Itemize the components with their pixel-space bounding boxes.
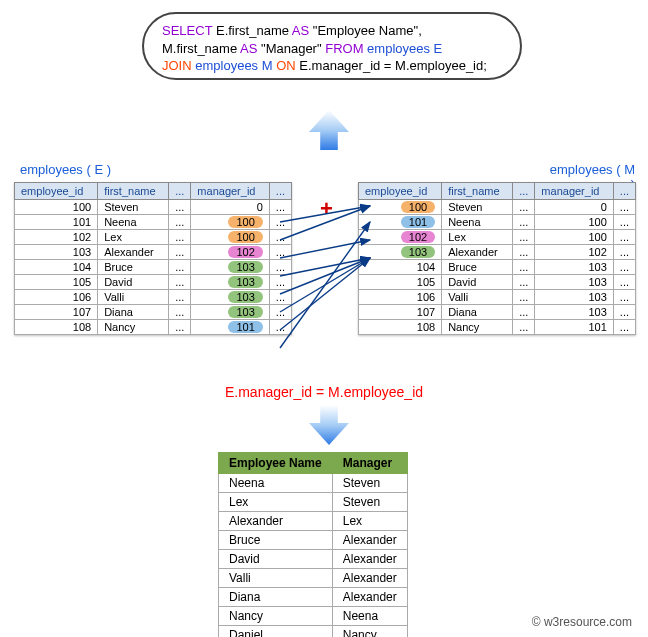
semi: ; — [483, 58, 487, 73]
table-row: 102Lex...100... — [359, 230, 636, 245]
cond: E.manager_id = M.employee_id — [299, 58, 483, 73]
th-mgr-id: manager_id — [535, 183, 613, 200]
table-header-row: employee_id first_name ... manager_id ..… — [15, 183, 292, 200]
arrow-down-body — [309, 405, 349, 445]
table-row: 106Valli...103... — [359, 290, 636, 305]
table-row: 108Nancy...101... — [15, 320, 292, 335]
label-employees-e: employees ( E ) — [20, 162, 111, 177]
table-row: DianaAlexander — [219, 588, 408, 607]
kw-on: ON — [276, 58, 296, 73]
th-mgr-id: manager_id — [191, 183, 269, 200]
table-row: 103Alexander...102... — [359, 245, 636, 260]
alias2: "Manager" — [261, 41, 322, 56]
comma: , — [418, 23, 422, 38]
kw-join: JOIN — [162, 58, 192, 73]
table-row: BruceAlexander — [219, 531, 408, 550]
table-row: 104Bruce...103... — [359, 260, 636, 275]
table-row: DavidAlexander — [219, 550, 408, 569]
kw-select: SELECT — [162, 23, 212, 38]
plus-symbol: + — [320, 196, 333, 222]
th-emp-id: employee_id — [15, 183, 98, 200]
table-row: 105David...103... — [15, 275, 292, 290]
table-row: DanielNancy — [219, 626, 408, 638]
table-row: LexSteven — [219, 493, 408, 512]
table-row: 106Valli...103... — [15, 290, 292, 305]
svg-line-4 — [280, 258, 370, 294]
svg-line-5 — [280, 258, 370, 312]
kw-as1: AS — [292, 23, 309, 38]
join-condition-text: E.manager_id = M.employee_id — [0, 384, 648, 400]
result-header-row: Employee Name Manager — [219, 453, 408, 474]
table-result: Employee Name Manager NeenaStevenLexStev… — [218, 452, 408, 637]
th-emp-id: employee_id — [359, 183, 442, 200]
sql-query-box: SELECT E.first_name AS "Employee Name", … — [142, 12, 522, 80]
table-row: 101Neena...100... — [15, 215, 292, 230]
table-row: 103Alexander...102... — [15, 245, 292, 260]
table-row: 108Nancy...101... — [359, 320, 636, 335]
tbl1: employees E — [367, 41, 442, 56]
th-emp-name: Employee Name — [219, 453, 333, 474]
svg-line-3 — [280, 258, 370, 276]
kw-from: FROM — [325, 41, 363, 56]
table-row: 102Lex...100... — [15, 230, 292, 245]
footer-credit: © w3resource.com — [532, 615, 632, 629]
col-e: E.first_name — [216, 23, 289, 38]
table-row: 101Neena...100... — [359, 215, 636, 230]
table-row: 104Bruce...103... — [15, 260, 292, 275]
alias1: "Employee Name" — [313, 23, 418, 38]
th-manager: Manager — [332, 453, 407, 474]
table-row: 107Diana...103... — [15, 305, 292, 320]
svg-line-7 — [280, 222, 370, 348]
table-employees-e: employee_id first_name ... manager_id ..… — [14, 182, 292, 335]
table-row: NancyNeena — [219, 607, 408, 626]
table-row: AlexanderLex — [219, 512, 408, 531]
table-row: 105David...103... — [359, 275, 636, 290]
col-m: M.first_name — [162, 41, 237, 56]
table-row: 107Diana...103... — [359, 305, 636, 320]
table-row: NeenaSteven — [219, 474, 408, 493]
svg-line-6 — [280, 258, 370, 330]
kw-as2: AS — [240, 41, 257, 56]
arrow-up-body — [309, 110, 349, 150]
tbl2: employees M — [195, 58, 272, 73]
table-row: ValliAlexander — [219, 569, 408, 588]
th-fname: first_name — [442, 183, 513, 200]
table-row: 100Steven...0... — [359, 200, 636, 215]
table-employees-m: employee_id first_name ... manager_id ..… — [358, 182, 636, 335]
table-header-row: employee_id first_name ... manager_id ..… — [359, 183, 636, 200]
th-fname: first_name — [98, 183, 169, 200]
svg-line-2 — [280, 240, 370, 258]
table-row: 100Steven...0... — [15, 200, 292, 215]
